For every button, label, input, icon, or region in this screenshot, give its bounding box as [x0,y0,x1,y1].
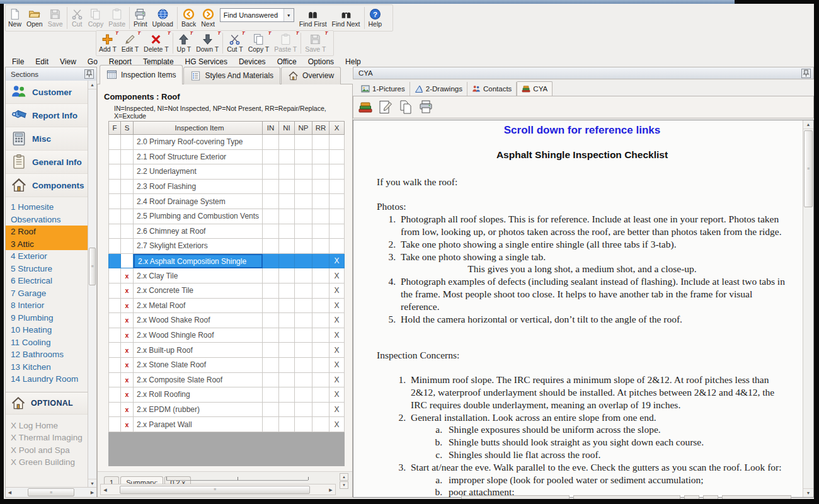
sidebar-vertical-scrollbar[interactable]: ▲ ≡ ▼ [88,81,96,488]
tab-cya[interactable]: CYA [517,81,553,96]
table-row-2-2-underlayment[interactable]: 2.2 Underlayment [108,164,345,180]
sidebar-item-6-electrical[interactable]: 6 Electrical [6,275,88,287]
document-vertical-scrollbar[interactable]: ▲ ≡ ▼ [803,120,813,497]
column-header-in[interactable]: IN [263,121,279,135]
spin-up-arrow-icon[interactable]: ▲ [340,473,348,481]
table-row-2-x-built-up-roof[interactable]: x2.x Built-up RoofX [108,343,345,358]
scroll-up-arrow-icon[interactable]: ▲ [803,120,813,129]
sidebar-item-8-interior[interactable]: 8 Interior [6,299,88,312]
print-button[interactable]: Print [131,5,150,31]
scroll-down-arrow-icon[interactable]: ▼ [88,479,96,488]
scroll-left-arrow-icon[interactable]: ◀ [101,486,110,494]
column-header-ni[interactable]: NI [279,121,295,135]
row-spinner[interactable]: ▲▼ [340,473,348,489]
table-row-2-x-epdm-rubber[interactable]: x2.x EPDM (rubber)X [108,403,345,418]
add-template-button[interactable]: TAdd T [96,31,119,55]
tab-2-drawings[interactable]: 2-Drawings [410,82,467,96]
column-header-x[interactable]: X [329,121,345,135]
copy-template-button[interactable]: TCopy T [246,31,272,55]
sidebar-item-12-bathrooms[interactable]: 12 Bathrooms [6,348,88,361]
edit-template-button[interactable]: TEdit T [119,31,141,55]
table-row-2-x-asphalt-composition-shingle[interactable]: x2.x Asphalt Composition ShingleX [108,254,345,269]
column-header-f[interactable]: F [108,121,121,135]
table-row-2-6-chimney-at-roof[interactable]: 2.6 Chimney at Roof [108,224,345,239]
table-row-2-x-metal-roof[interactable]: x2.x Metal RoofX [108,299,345,314]
table-row-2-x-clay-tile[interactable]: x2.x Clay TileX [108,268,345,284]
sidebar-item-x-pool-and-spa[interactable]: X Pool and Spa [6,444,88,457]
cut-button[interactable]: Cut [69,5,86,31]
menu-help[interactable]: Help [340,56,367,67]
sidebar-item-11-cooling[interactable]: 11 Cooling [6,336,88,349]
table-row-2-x-concrete-tile[interactable]: x2.x Concrete TileX [108,284,345,299]
sidebar-group-components[interactable]: Components [6,174,88,197]
sidebar-item-5-structure[interactable]: 5 Structure [6,263,88,275]
sidebar-group-report-info[interactable]: Report Info [6,104,88,127]
tab-overview[interactable]: Overview [281,67,341,84]
sidebar-group-misc[interactable]: Misc [6,127,88,151]
menu-view[interactable]: View [54,56,82,67]
cut-template-button[interactable]: TCut T [224,31,245,55]
table-row-2-x-stone-slate-roof[interactable]: x2.x Stone Slate RoofX [108,358,345,373]
menu-file[interactable]: File [6,56,30,67]
scroll-up-arrow-icon[interactable]: ▲ [88,81,96,89]
sidebar-item-x-thermal-imaging[interactable]: X Thermal Imaging [6,432,88,444]
sidebar-item-14-laundry-room[interactable]: 14 Laundry Room [6,373,88,386]
sidebar-item-3-attic[interactable]: 3 Attic [6,238,88,251]
print-document-button[interactable] [418,99,434,115]
column-header-np[interactable]: NP [295,121,312,135]
scroll-left-arrow-icon[interactable]: ◀ [6,488,14,496]
scroll-right-arrow-icon[interactable]: ▶ [88,488,96,496]
pin-icon[interactable] [801,69,811,78]
zoom-slider[interactable] [166,474,308,481]
delete-template-button[interactable]: TDelete T [141,31,171,55]
menu-office[interactable]: Office [272,56,302,67]
help-button[interactable]: ?Help [366,5,385,31]
table-row-2-3-roof-flashing[interactable]: 2.3 Roof Flashing [108,180,345,195]
paste-template-button[interactable]: TPaste T [272,31,299,55]
copy-document-button[interactable] [398,99,414,115]
sidebar-group-customer[interactable]: Customer [6,81,88,104]
sidebar-item-2-roof[interactable]: 2 Roof [6,226,88,238]
edit-document-button[interactable] [377,99,394,115]
save-template-button[interactable]: TSave T [302,31,328,55]
sidebar-horizontal-scrollbar[interactable]: ◀ ≡ ▶ [6,487,96,497]
paste-button[interactable]: Paste [106,5,128,31]
sidebar-item-9-plumbing[interactable]: 9 Plumbing [6,312,88,324]
table-row-2-1-roof-structure-exterior[interactable]: 2.1 Roof Structure Exterior [108,150,345,165]
sidebar-item-13-kitchen[interactable]: 13 Kitchen [6,361,88,374]
find-first-button[interactable]: Find First [297,5,329,31]
down-template-button[interactable]: TDown T [193,31,221,55]
scrollbar-thumb[interactable]: ≡ [89,248,96,285]
back-button[interactable]: Back [179,5,198,31]
table-row-2-0-primary-roof-covering-type[interactable]: 2.0 Primary Roof-covering Type [108,135,345,150]
table-row-2-4-roof-drainage-system[interactable]: 2.4 Roof Drainage System [108,194,345,209]
next-button[interactable]: Next [198,5,217,31]
menu-hg-services[interactable]: HG Services [180,56,233,67]
sidebar-group-general-info[interactable]: General Info [6,151,88,174]
tab-contacts[interactable]: Contacts [467,82,517,96]
reference-library-button[interactable] [357,99,374,115]
table-row-2-x-composite-slate-roof[interactable]: x2.x Composite Slate RoofX [108,373,345,388]
sidebar-item-x-log-home[interactable]: X Log Home [6,420,88,432]
new-button[interactable]: New [6,5,24,31]
sidebar-item-1-homesite-observations[interactable]: 1 Homesite Observations [6,201,88,226]
spin-down-arrow-icon[interactable]: ▼ [340,481,348,489]
menu-edit[interactable]: Edit [30,56,54,67]
column-header-rr[interactable]: RR [312,121,329,135]
table-row-2-x-roll-roofing[interactable]: x2.x Roll RoofingX [108,387,345,403]
open-button[interactable]: Open [24,5,45,31]
column-header-inspection-item[interactable]: Inspection Item [134,121,263,135]
find-unanswered-combo[interactable]: Find Unanswered ▼ [220,8,294,22]
scroll-right-arrow-icon[interactable]: ▶ [326,486,335,494]
scrollbar-thumb[interactable]: ≡ [804,130,813,207]
sidebar-item-10-heating[interactable]: 10 Heating [6,324,88,336]
tab-styles-and-materials[interactable]: Styles And Materials [183,67,280,84]
sidebar-item-x-green-building[interactable]: X Green Building [6,456,88,469]
table-row-2-x-parapet-wall[interactable]: x2.x Parapet WallX [108,417,345,432]
menu-options[interactable]: Options [302,56,340,67]
find-next-button[interactable]: Find Next [329,5,363,31]
copy-button[interactable]: Copy [86,5,106,31]
table-row-2-7-skylight-exteriors[interactable]: 2.7 Skylight Exteriors [108,239,345,254]
column-header-s[interactable]: S [121,121,134,135]
sidebar-group-optional[interactable]: OPTIONAL [6,392,88,415]
